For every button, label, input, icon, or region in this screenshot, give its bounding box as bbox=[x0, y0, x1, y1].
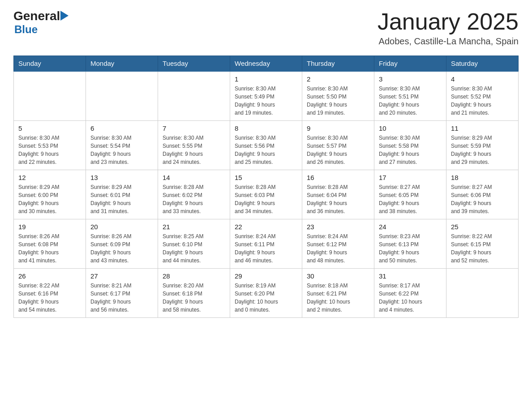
day-number: 13 bbox=[90, 174, 153, 181]
day-number: 24 bbox=[379, 223, 442, 231]
day-number: 18 bbox=[451, 174, 514, 181]
calendar-day-cell: 31Sunrise: 8:17 AMSunset: 6:22 PMDayligh… bbox=[374, 269, 446, 318]
logo-general-text: General bbox=[13, 9, 60, 23]
title-section: January 2025 Adobes, Castille-La Mancha,… bbox=[378, 9, 519, 47]
day-info: Sunrise: 8:21 AMSunset: 6:17 PMDaylight:… bbox=[90, 282, 153, 314]
day-number: 2 bbox=[307, 75, 369, 83]
day-info: Sunrise: 8:20 AMSunset: 6:18 PMDaylight:… bbox=[163, 282, 225, 314]
day-info: Sunrise: 8:30 AMSunset: 5:55 PMDaylight:… bbox=[163, 134, 225, 166]
calendar-day-header: Thursday bbox=[302, 56, 374, 72]
day-info: Sunrise: 8:26 AMSunset: 6:09 PMDaylight:… bbox=[90, 232, 153, 265]
day-info: Sunrise: 8:27 AMSunset: 6:05 PMDaylight:… bbox=[379, 183, 442, 215]
calendar-day-header: Sunday bbox=[14, 56, 86, 72]
day-number: 10 bbox=[379, 124, 442, 132]
calendar-day-header: Tuesday bbox=[158, 56, 230, 72]
calendar-day-cell: 5Sunrise: 8:30 AMSunset: 5:53 PMDaylight… bbox=[14, 121, 86, 170]
day-info: Sunrise: 8:24 AMSunset: 6:11 PMDaylight:… bbox=[235, 232, 297, 265]
calendar-day-cell: 4Sunrise: 8:30 AMSunset: 5:52 PMDaylight… bbox=[446, 71, 519, 121]
day-info: Sunrise: 8:30 AMSunset: 5:52 PMDaylight:… bbox=[451, 85, 514, 117]
calendar-day-cell: 9Sunrise: 8:30 AMSunset: 5:57 PMDaylight… bbox=[302, 121, 374, 170]
calendar-day-cell: 25Sunrise: 8:22 AMSunset: 6:15 PMDayligh… bbox=[446, 219, 519, 269]
calendar-day-cell: 17Sunrise: 8:27 AMSunset: 6:05 PMDayligh… bbox=[374, 170, 446, 219]
day-number: 11 bbox=[451, 124, 514, 132]
day-info: Sunrise: 8:17 AMSunset: 6:22 PMDaylight:… bbox=[379, 282, 442, 314]
calendar-day-cell: 15Sunrise: 8:28 AMSunset: 6:03 PMDayligh… bbox=[230, 170, 302, 219]
day-number: 3 bbox=[379, 75, 442, 83]
day-info: Sunrise: 8:23 AMSunset: 6:13 PMDaylight:… bbox=[379, 232, 442, 265]
day-number: 30 bbox=[307, 272, 369, 280]
logo-blue-text: Blue bbox=[14, 23, 38, 35]
calendar-day-cell: 16Sunrise: 8:28 AMSunset: 6:04 PMDayligh… bbox=[302, 170, 374, 219]
calendar-day-cell: 30Sunrise: 8:18 AMSunset: 6:21 PMDayligh… bbox=[302, 269, 374, 318]
page-header: General Blue January 2025 Adobes, Castil… bbox=[13, 9, 519, 47]
day-info: Sunrise: 8:30 AMSunset: 5:54 PMDaylight:… bbox=[90, 134, 153, 166]
day-number: 28 bbox=[163, 272, 225, 280]
calendar-day-cell: 3Sunrise: 8:30 AMSunset: 5:51 PMDaylight… bbox=[374, 71, 446, 121]
day-number: 4 bbox=[451, 75, 514, 83]
calendar-day-cell: 29Sunrise: 8:19 AMSunset: 6:20 PMDayligh… bbox=[230, 269, 302, 318]
day-number: 7 bbox=[163, 124, 225, 132]
calendar-day-cell bbox=[158, 71, 230, 121]
day-number: 29 bbox=[235, 272, 297, 280]
day-info: Sunrise: 8:28 AMSunset: 6:03 PMDaylight:… bbox=[235, 183, 297, 215]
day-info: Sunrise: 8:30 AMSunset: 5:50 PMDaylight:… bbox=[307, 85, 369, 117]
page-subtitle: Adobes, Castille-La Mancha, Spain bbox=[378, 36, 519, 47]
calendar-day-header: Monday bbox=[86, 56, 158, 72]
day-info: Sunrise: 8:28 AMSunset: 6:02 PMDaylight:… bbox=[163, 183, 225, 215]
day-number: 6 bbox=[90, 124, 153, 132]
day-info: Sunrise: 8:30 AMSunset: 5:58 PMDaylight:… bbox=[379, 134, 442, 166]
day-number: 27 bbox=[90, 272, 153, 280]
day-number: 26 bbox=[18, 272, 81, 280]
day-number: 8 bbox=[235, 124, 297, 132]
calendar-day-header: Friday bbox=[374, 56, 446, 72]
calendar-day-cell: 11Sunrise: 8:29 AMSunset: 5:59 PMDayligh… bbox=[446, 121, 519, 170]
calendar-week-row: 26Sunrise: 8:22 AMSunset: 6:16 PMDayligh… bbox=[14, 269, 519, 318]
day-number: 9 bbox=[307, 124, 369, 132]
day-number: 5 bbox=[18, 124, 81, 132]
day-number: 14 bbox=[163, 174, 225, 181]
day-number: 1 bbox=[235, 75, 297, 83]
svg-marker-0 bbox=[60, 11, 69, 21]
calendar-week-row: 12Sunrise: 8:29 AMSunset: 6:00 PMDayligh… bbox=[14, 170, 519, 219]
day-info: Sunrise: 8:30 AMSunset: 5:57 PMDaylight:… bbox=[307, 134, 369, 166]
calendar-day-cell bbox=[86, 71, 158, 121]
calendar-week-row: 5Sunrise: 8:30 AMSunset: 5:53 PMDaylight… bbox=[14, 121, 519, 170]
day-info: Sunrise: 8:22 AMSunset: 6:15 PMDaylight:… bbox=[451, 232, 514, 265]
day-number: 17 bbox=[379, 174, 442, 181]
calendar-day-cell bbox=[14, 71, 86, 121]
page-title: January 2025 bbox=[378, 9, 519, 34]
day-number: 21 bbox=[163, 223, 225, 231]
day-info: Sunrise: 8:28 AMSunset: 6:04 PMDaylight:… bbox=[307, 183, 369, 215]
calendar-day-cell: 12Sunrise: 8:29 AMSunset: 6:00 PMDayligh… bbox=[14, 170, 86, 219]
day-info: Sunrise: 8:29 AMSunset: 6:01 PMDaylight:… bbox=[90, 183, 153, 215]
day-number: 25 bbox=[451, 223, 514, 231]
day-number: 19 bbox=[18, 223, 81, 231]
day-info: Sunrise: 8:29 AMSunset: 5:59 PMDaylight:… bbox=[451, 134, 514, 166]
calendar-week-row: 1Sunrise: 8:30 AMSunset: 5:49 PMDaylight… bbox=[14, 71, 519, 121]
calendar-day-cell: 6Sunrise: 8:30 AMSunset: 5:54 PMDaylight… bbox=[86, 121, 158, 170]
day-number: 12 bbox=[18, 174, 81, 181]
day-info: Sunrise: 8:30 AMSunset: 5:56 PMDaylight:… bbox=[235, 134, 297, 166]
calendar-day-cell: 22Sunrise: 8:24 AMSunset: 6:11 PMDayligh… bbox=[230, 219, 302, 269]
calendar-day-header: Wednesday bbox=[230, 56, 302, 72]
calendar-day-cell: 7Sunrise: 8:30 AMSunset: 5:55 PMDaylight… bbox=[158, 121, 230, 170]
day-number: 31 bbox=[379, 272, 442, 280]
calendar-day-cell: 14Sunrise: 8:28 AMSunset: 6:02 PMDayligh… bbox=[158, 170, 230, 219]
calendar-day-cell: 18Sunrise: 8:27 AMSunset: 6:06 PMDayligh… bbox=[446, 170, 519, 219]
calendar-day-cell: 1Sunrise: 8:30 AMSunset: 5:49 PMDaylight… bbox=[230, 71, 302, 121]
day-info: Sunrise: 8:22 AMSunset: 6:16 PMDaylight:… bbox=[18, 282, 81, 314]
day-info: Sunrise: 8:27 AMSunset: 6:06 PMDaylight:… bbox=[451, 183, 514, 215]
day-number: 16 bbox=[307, 174, 369, 181]
calendar-header-row: SundayMondayTuesdayWednesdayThursdayFrid… bbox=[14, 56, 519, 72]
calendar-day-cell: 10Sunrise: 8:30 AMSunset: 5:58 PMDayligh… bbox=[374, 121, 446, 170]
day-info: Sunrise: 8:25 AMSunset: 6:10 PMDaylight:… bbox=[163, 232, 225, 265]
day-info: Sunrise: 8:19 AMSunset: 6:20 PMDaylight:… bbox=[235, 282, 297, 314]
day-info: Sunrise: 8:30 AMSunset: 5:51 PMDaylight:… bbox=[379, 85, 442, 117]
calendar-day-cell: 26Sunrise: 8:22 AMSunset: 6:16 PMDayligh… bbox=[14, 269, 86, 318]
day-info: Sunrise: 8:29 AMSunset: 6:00 PMDaylight:… bbox=[18, 183, 81, 215]
day-info: Sunrise: 8:26 AMSunset: 6:08 PMDaylight:… bbox=[18, 232, 81, 265]
day-info: Sunrise: 8:24 AMSunset: 6:12 PMDaylight:… bbox=[307, 232, 369, 265]
calendar-day-cell: 24Sunrise: 8:23 AMSunset: 6:13 PMDayligh… bbox=[374, 219, 446, 269]
calendar-day-cell: 8Sunrise: 8:30 AMSunset: 5:56 PMDaylight… bbox=[230, 121, 302, 170]
day-number: 22 bbox=[235, 223, 297, 231]
